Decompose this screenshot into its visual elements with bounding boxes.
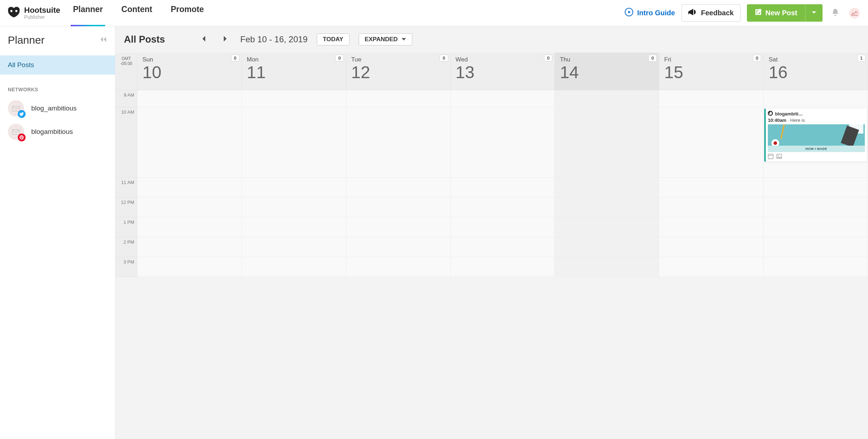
calendar-slot[interactable] bbox=[137, 107, 242, 178]
nav-content[interactable]: Content bbox=[119, 0, 154, 26]
new-post-dropdown[interactable] bbox=[805, 4, 823, 22]
calendar-slot[interactable] bbox=[764, 197, 868, 217]
svg-rect-6 bbox=[768, 154, 773, 159]
calendar-slot[interactable] bbox=[346, 257, 451, 277]
calendar[interactable]: GMT-05:000Sun100Mon110Tue120Wed130Thu140… bbox=[115, 53, 868, 439]
calendar-slot[interactable] bbox=[555, 197, 659, 217]
brand-name: Hootsuite bbox=[24, 6, 60, 15]
sidebar-section-networks: NETWORKS bbox=[0, 75, 115, 97]
new-post-button[interactable]: New Post bbox=[747, 4, 805, 22]
calendar-slot[interactable] bbox=[346, 197, 451, 217]
timezone-cell: GMT-05:00 bbox=[115, 53, 137, 90]
post-meta: 10:40am · Here is bbox=[768, 118, 865, 123]
chevron-down-icon bbox=[811, 10, 817, 16]
post-footer bbox=[768, 153, 865, 160]
nav-promote[interactable]: Promote bbox=[169, 0, 206, 26]
pinterest-badge-icon bbox=[18, 134, 26, 141]
calendar-slot[interactable] bbox=[764, 217, 868, 237]
notifications-button[interactable] bbox=[829, 7, 842, 20]
network-name: blog_ambitious bbox=[31, 104, 77, 112]
day-post-count: 0 bbox=[649, 55, 657, 61]
prev-week-button[interactable] bbox=[198, 33, 210, 45]
calendar-slot[interactable] bbox=[242, 257, 346, 277]
calendar-slot[interactable] bbox=[137, 197, 242, 217]
calendar-slot[interactable] bbox=[451, 107, 555, 178]
intro-guide-link[interactable]: Intro Guide bbox=[624, 7, 675, 18]
calendar-slot[interactable] bbox=[346, 90, 451, 107]
calendar-slot[interactable] bbox=[451, 197, 555, 217]
calendar-slot[interactable] bbox=[555, 217, 659, 237]
calendar-slot[interactable] bbox=[659, 257, 764, 277]
calendar-slot[interactable] bbox=[451, 257, 555, 277]
day-number: 16 bbox=[769, 64, 863, 81]
nav-planner[interactable]: Planner bbox=[71, 0, 105, 26]
day-number: 11 bbox=[247, 64, 341, 81]
next-week-button[interactable] bbox=[219, 33, 231, 45]
calendar-slot[interactable] bbox=[555, 178, 659, 197]
image-icon bbox=[776, 153, 782, 160]
calendar-slot[interactable] bbox=[346, 178, 451, 197]
time-label: 2 PM bbox=[115, 237, 137, 257]
calendar-slot[interactable] bbox=[242, 217, 346, 237]
calendar-slot[interactable] bbox=[659, 178, 764, 197]
day-header[interactable]: 1Sat16 bbox=[764, 53, 868, 90]
calendar-slot[interactable] bbox=[346, 237, 451, 257]
calendar-slot[interactable] bbox=[137, 257, 242, 277]
day-header[interactable]: 0Sun10 bbox=[137, 53, 242, 90]
time-label: 1 PM bbox=[115, 217, 137, 237]
compose-icon bbox=[755, 9, 762, 17]
network-item[interactable]: blogambitious bbox=[0, 120, 115, 143]
network-item[interactable]: blog_ambitious bbox=[0, 97, 115, 120]
calendar-slot[interactable] bbox=[451, 178, 555, 197]
calendar-slot[interactable] bbox=[659, 217, 764, 237]
megaphone-icon bbox=[688, 8, 697, 18]
calendar-slot[interactable] bbox=[137, 237, 242, 257]
calendar-slot[interactable] bbox=[242, 178, 346, 197]
view-mode-dropdown[interactable]: EXPANDED bbox=[359, 33, 412, 45]
twitter-badge-icon bbox=[18, 110, 26, 118]
collapse-sidebar-button[interactable] bbox=[99, 36, 107, 44]
calendar-slot[interactable] bbox=[346, 107, 451, 178]
day-header[interactable]: 0Thu14 bbox=[555, 53, 659, 90]
network-name: blogambitious bbox=[31, 128, 73, 136]
calendar-slot[interactable] bbox=[764, 257, 868, 277]
analytics-button[interactable] bbox=[848, 7, 861, 20]
calendar-slot[interactable] bbox=[137, 90, 242, 107]
calendar-slot[interactable] bbox=[764, 237, 868, 257]
calendar-slot[interactable] bbox=[659, 90, 764, 107]
scheduled-post-card[interactable]: blogambiti…10:40am · Here isHOW I MADE bbox=[764, 109, 867, 162]
owl-logo-icon bbox=[7, 7, 21, 19]
calendar-slot[interactable]: blogambiti…10:40am · Here isHOW I MADE bbox=[764, 107, 868, 178]
sidebar-item-all-posts[interactable]: All Posts bbox=[0, 55, 115, 75]
calendar-slot[interactable] bbox=[451, 237, 555, 257]
calendar-slot[interactable] bbox=[659, 107, 764, 178]
top-actions: Intro Guide Feedback New Post bbox=[624, 4, 861, 22]
calendar-slot[interactable] bbox=[242, 197, 346, 217]
content-title: All Posts bbox=[124, 34, 165, 45]
day-name: Wed bbox=[456, 56, 550, 63]
day-header[interactable]: 0Tue12 bbox=[346, 53, 451, 90]
calendar-slot[interactable] bbox=[137, 217, 242, 237]
calendar-slot[interactable] bbox=[659, 237, 764, 257]
day-header[interactable]: 0Fri15 bbox=[659, 53, 764, 90]
day-header[interactable]: 0Mon11 bbox=[242, 53, 346, 90]
day-header[interactable]: 0Wed13 bbox=[451, 53, 555, 90]
post-account: blogambiti… bbox=[775, 111, 865, 116]
calendar-slot[interactable] bbox=[659, 197, 764, 217]
calendar-slot[interactable] bbox=[451, 217, 555, 237]
calendar-slot[interactable] bbox=[242, 107, 346, 178]
calendar-slot[interactable] bbox=[555, 237, 659, 257]
calendar-slot[interactable] bbox=[764, 178, 868, 197]
calendar-slot[interactable] bbox=[242, 237, 346, 257]
calendar-slot[interactable] bbox=[555, 107, 659, 178]
calendar-slot[interactable] bbox=[346, 217, 451, 237]
today-button[interactable]: TODAY bbox=[317, 33, 349, 45]
feedback-button[interactable]: Feedback bbox=[682, 4, 740, 22]
calendar-slot[interactable] bbox=[451, 90, 555, 107]
calendar-slot[interactable] bbox=[555, 90, 659, 107]
calendar-slot[interactable] bbox=[242, 90, 346, 107]
calendar-slot[interactable] bbox=[764, 90, 868, 107]
network-avatar bbox=[8, 124, 24, 140]
calendar-slot[interactable] bbox=[137, 178, 242, 197]
calendar-slot[interactable] bbox=[555, 257, 659, 277]
